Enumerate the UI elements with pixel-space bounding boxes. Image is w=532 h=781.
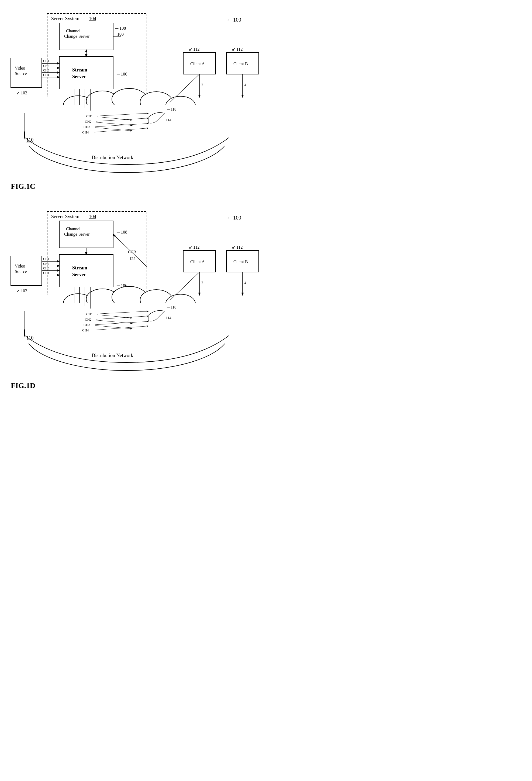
fig1c-ch4-label: CH4: [43, 73, 49, 77]
fig1c-unicast-a-label: 2: [201, 83, 203, 87]
fig1d-clientb-label: Client B: [233, 259, 248, 264]
fig1c-net-ch1: CH1: [86, 114, 93, 118]
fig1d-vs-ref: ↙ 102: [16, 289, 27, 293]
page: ← 100 Server System 104 Channel Change S…: [0, 0, 266, 409]
fig1c-ch2-label: CH2: [43, 64, 49, 68]
fig1d-dist-label: Distribution Network: [92, 353, 133, 358]
fig1d-unicast-a-label: 2: [201, 281, 203, 285]
fig1d-label: FIG.1D: [11, 381, 35, 390]
svg-rect-19: [25, 303, 230, 343]
fig1d-ch3-label: CH3: [43, 266, 49, 270]
fig1c-ccs-ref: ─ 108: [115, 26, 126, 31]
fig1d-ch2-label: CH2: [43, 262, 49, 265]
fig1d-unicast-b-label: 4: [245, 281, 246, 285]
fig1c-unicast-b-label: 4: [245, 83, 246, 87]
fig1d-net-ch2: CH2: [85, 318, 92, 322]
fig1c-net-ref: 110: [27, 137, 34, 143]
fig1c-label: FIG.1C: [11, 182, 35, 191]
fig1d-net-ch1: CH1: [86, 312, 93, 316]
fig1c-multicast-ref: 114: [166, 118, 171, 122]
fig1d-multicast-ref: 114: [166, 316, 171, 320]
fig1d-clientb-ref: ↙ 112: [232, 245, 242, 249]
fig1d-ccs-ref: ─ 108: [117, 230, 127, 234]
fig1d-ref100: ← 100: [226, 215, 241, 220]
fig1d-ccs-label1: Channel: [66, 227, 81, 231]
fig1d-net-ref: 110: [27, 335, 34, 341]
fig1c-ch1-label: CH1: [43, 59, 49, 63]
fig1d-unicast-ref: ─ 118: [167, 305, 176, 309]
fig1d-net-ch3: CH3: [84, 323, 90, 327]
fig1c-ch3-label: CH3: [43, 69, 49, 72]
fig1d-clienta-label: Client A: [190, 259, 205, 264]
fig1c-clientb-ref: ↙ 112: [232, 47, 242, 51]
svg-rect-8: [25, 105, 230, 146]
fig1c-ss-label1: Stream: [72, 67, 87, 73]
fig1c-clientb-label: Client B: [233, 61, 248, 66]
fig1c-server-system-label: Server System: [51, 16, 79, 21]
fig1c-unicast-ref: ─ 118: [167, 107, 176, 111]
fig1c-net-ch4: CH4: [82, 130, 89, 134]
fig1d-vs-label2: Source: [15, 269, 27, 274]
fig1d-ccr-ref: 122: [129, 256, 136, 261]
figure-1c: ← 100 Server System 104 Channel Change S…: [5, 5, 261, 195]
fig1c-ccs-label1: Channel: [66, 29, 81, 33]
fig1d-server-system-ref: 104: [89, 214, 96, 219]
fig1c-ccs-ref2: 108: [117, 32, 124, 36]
fig1c-net-ch3: CH3: [84, 125, 90, 129]
fig1d-server-system-label: Server System: [51, 214, 79, 219]
fig1d-net-ch4: CH4: [82, 328, 89, 332]
fig1c-ss-box: [59, 57, 113, 89]
fig1c-server-system-box: [47, 13, 147, 97]
fig1d-ss-label2: Server: [72, 272, 86, 277]
fig1c-server-system-ref: 104: [89, 16, 96, 21]
fig1c-clienta-label: Client A: [190, 61, 205, 66]
fig1c-net-ch2: CH2: [85, 120, 92, 124]
fig1c-ss-label2: Server: [72, 74, 86, 79]
fig1d-ss-box: [59, 255, 113, 287]
fig1c-ss-ref: ─ 106: [117, 72, 127, 76]
fig1c-vs-label2: Source: [15, 71, 27, 76]
fig1d-ccs-label2: Change Server: [64, 232, 90, 237]
fig1c-vs-label1: Video: [15, 66, 25, 70]
figure-1d: ← 100 Server System 104 Channel Change S…: [5, 203, 261, 396]
fig1c-ref100: ← 100: [226, 17, 241, 23]
fig1d-ccr-arrow: [113, 234, 147, 267]
fig1d-clienta-ref: ↙ 112: [189, 245, 200, 249]
fig1d-vs-label1: Video: [15, 264, 25, 268]
fig1d-ss-label1: Stream: [72, 265, 87, 271]
fig1c-clienta-ref: ↙ 112: [189, 47, 200, 51]
fig1c-dist-label: Distribution Network: [92, 155, 133, 160]
fig1c-vs-ref: ↙ 102: [16, 91, 27, 95]
fig1d-ch1-label: CH1: [43, 257, 49, 261]
fig1d-ch4-label: CH4: [43, 271, 49, 275]
fig1d-ccr-label: CCR: [128, 250, 136, 254]
fig1c-ccs-label2: Change Server: [64, 34, 90, 39]
